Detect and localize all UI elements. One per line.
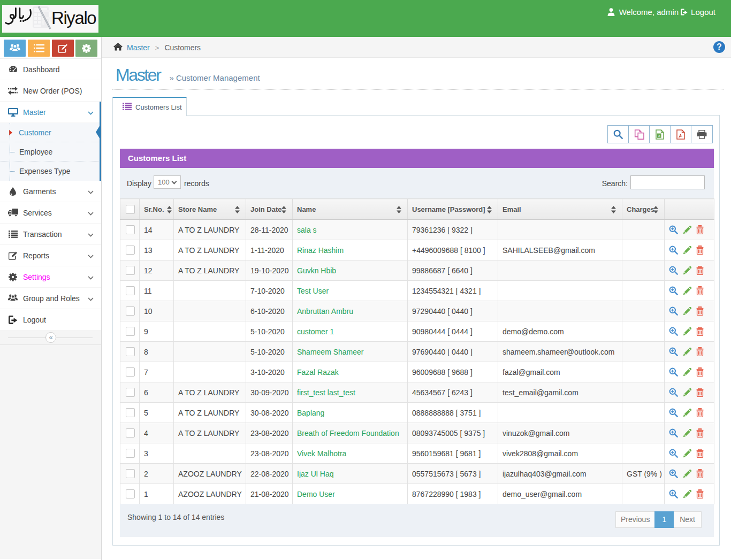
- svg-text:x: x: [658, 133, 660, 138]
